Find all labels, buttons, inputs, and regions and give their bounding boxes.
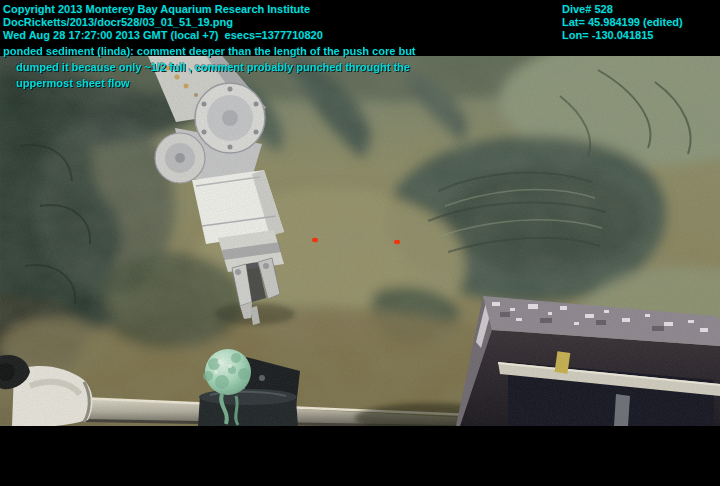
file-path-text: DocRicketts/2013/docr528/03_01_51_19.png bbox=[3, 16, 233, 29]
copyright-text: Copyright 2013 Monterey Bay Aquarium Res… bbox=[3, 3, 310, 16]
annotation-line-2: dumped it because only ~1/2 full , comme… bbox=[16, 61, 410, 74]
annotation-line-1: ponded sediment (linda): comment deeper … bbox=[3, 45, 416, 58]
annotation-line-3: uppermost sheet flow bbox=[16, 77, 130, 90]
longitude-text: Lon= -130.041815 bbox=[562, 29, 653, 42]
timestamp-text: Wed Aug 28 17:27:00 2013 GMT (local +7) … bbox=[3, 29, 323, 42]
video-frame: Copyright 2013 Monterey Bay Aquarium Res… bbox=[0, 0, 720, 486]
status-bar: Depth= 1505.97 mTemp= 2.397 CSal= 34.530… bbox=[3, 467, 480, 486]
seafloor-scene bbox=[0, 56, 720, 426]
latitude-text: Lat= 45.984199 (edited) bbox=[562, 16, 683, 29]
grain-dark bbox=[0, 56, 720, 426]
dive-number-text: Dive# 528 bbox=[562, 3, 613, 16]
